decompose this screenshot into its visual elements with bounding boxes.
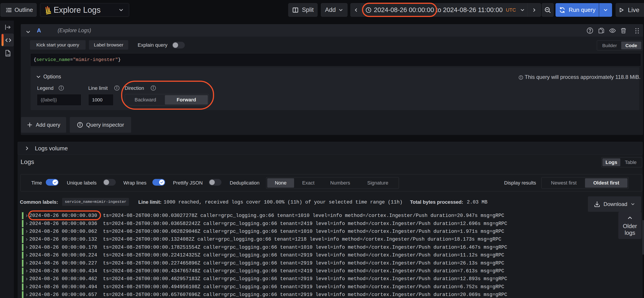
svg-text:LOG: LOG	[6, 54, 10, 56]
